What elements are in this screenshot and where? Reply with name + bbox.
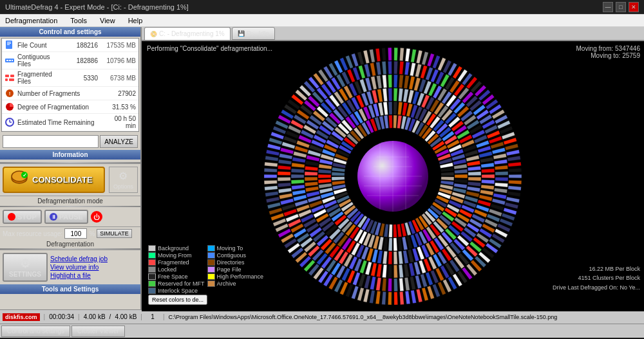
highlight-file-link[interactable]: Highlight a file (50, 272, 108, 279)
legend-label-locked: Locked (158, 266, 176, 273)
diskfis-logo: diskfis.com (3, 313, 40, 321)
analyze-button[interactable]: ANALYZE (100, 135, 138, 148)
svg-rect-1 (7, 42, 11, 42)
menu-help[interactable]: Help (126, 17, 146, 24)
resource-unit: % (89, 230, 95, 237)
svg-rect-10 (5, 78, 8, 81)
legend-color-mft (148, 280, 156, 287)
options-button[interactable]: ⚙ Options (109, 167, 138, 193)
svg-text:✓: ✓ (23, 172, 27, 178)
settings-button[interactable]: ⚙ SETTINGS (3, 253, 48, 282)
tools-section-title: Tools and Settings (0, 284, 140, 294)
consolidate-button[interactable]: ✓ CONSOLIDATE (3, 167, 105, 193)
page-number: 1 (146, 313, 159, 320)
stat-contiguous: Contiguous Files 182886 10796 MB (2, 52, 138, 69)
stat-degree-frag: Degree of Fragmentation 31.53 % (2, 100, 138, 114)
sep4: | (163, 313, 165, 320)
stop-label: STOP (17, 213, 37, 221)
legend-label-contiguous: Contiguous (217, 252, 247, 259)
minimize-btn[interactable]: — (603, 2, 613, 12)
control-settings-title: Control and settings (0, 27, 140, 37)
svg-rect-2 (7, 43, 11, 44)
tab-c-drive[interactable]: 📀 C: - Defragmenting 1% (144, 27, 231, 40)
legend-color-moving-to (207, 245, 215, 252)
moving-to-value: 25759 (622, 52, 640, 59)
legend-color-directories (207, 259, 215, 266)
title-bar: UltimateDefrag 4 - Expert Mode - [Ci: - … (0, 0, 644, 14)
stop-button[interactable]: STOP (3, 210, 42, 224)
file-count-val2: 17535 MB (100, 42, 136, 49)
legend-reset-colors[interactable]: Reset colors to de... (148, 295, 263, 305)
power-button[interactable]: ⏻ (91, 211, 102, 223)
legend-item-archive: Archive (207, 280, 264, 287)
legend-item-moving-to: Moving To (207, 245, 264, 252)
pause-button[interactable]: ⏸ PAUSE (44, 210, 88, 224)
settings-links: Schedule defrag job View volume info Hig… (50, 255, 108, 279)
legend-color-background (148, 245, 156, 252)
schedule-defrag-link[interactable]: Schedule defrag job (50, 255, 108, 262)
stop-icon (8, 213, 15, 221)
taskbar-tab-control[interactable]: Control and settings (1, 325, 70, 337)
svg-rect-6 (9, 60, 11, 61)
degree-frag-icon (5, 102, 15, 112)
settings-icon: ⚙ (20, 257, 30, 271)
time-remaining-label: Estimated Time Remaining (17, 119, 101, 126)
clusters-per-block: 4151 Clusters Per Block (553, 273, 640, 282)
moving-from-label: Moving from: 5347446 (576, 45, 640, 52)
time-remaining-icon (5, 117, 15, 127)
tab-d-drive[interactable]: 💾 D: - Idle (232, 27, 275, 40)
legend-label-directories: Directories (217, 259, 245, 266)
resource-input[interactable] (64, 228, 87, 239)
consolidate-icon: ✓ (10, 170, 28, 189)
bottom-status-bar: diskfis.com | 00:00:34 | 4.00 kB / 4.00 … (0, 309, 644, 324)
window-controls[interactable]: — □ ✕ (603, 2, 639, 12)
last-defragged: Drive Last Defragged On: No Ye... (553, 283, 640, 292)
menu-defragmentation[interactable]: Defragmentation (3, 17, 60, 24)
legend-label-moving-from: Moving From (158, 252, 192, 259)
stat-file-count: File Count 188216 17535 MB (2, 39, 138, 52)
close-btn[interactable]: ✕ (629, 2, 639, 12)
legend-color-fragmented (148, 259, 156, 266)
defrag-mode-label: Defragmentation mode (0, 196, 140, 206)
reset-colors-button[interactable]: Reset colors to de... (148, 295, 207, 305)
viz-info-bottom-right: 16.22 MB Per Block 4151 Clusters Per Blo… (553, 264, 640, 292)
title-text: UltimateDefrag 4 - Expert Mode - [Ci: - … (5, 3, 189, 11)
pause-icon: ⏸ (50, 213, 57, 221)
defragmentation-sublabel: Defragmentation (0, 240, 140, 248)
simulate-button[interactable]: SIMULATE (97, 229, 131, 238)
viz-info-right: Moving from: 5347446 Moving to: 25759 (576, 45, 640, 59)
tab-d-prefix: 💾 (238, 30, 245, 37)
search-input[interactable] (3, 135, 99, 148)
disk-svg (235, 41, 551, 311)
legend-label-highperf: High Performance (217, 273, 264, 280)
legend-color-freespace (148, 273, 156, 280)
svg-rect-8 (5, 75, 9, 77)
mb-per-block: 16.22 MB Per Block (553, 264, 640, 273)
menu-tools[interactable]: Tools (68, 17, 90, 24)
viz-area: Performing "Consolidate" defragmentation… (142, 41, 644, 311)
stop-pause-area: STOP ⏸ PAUSE ⏻ (0, 207, 140, 227)
menu-view[interactable]: View (97, 17, 118, 24)
legend-item-mft: Reserved for MFT (148, 280, 205, 287)
legend-item-moving-from: Moving From (148, 252, 205, 259)
settings-label: SETTINGS (9, 271, 41, 278)
maximize-btn[interactable]: □ (616, 2, 626, 12)
right-panel: 📀 C: - Defragmenting 1% 💾 D: - Idle Perf… (142, 27, 644, 309)
legend-item-directories: Directories (207, 259, 264, 266)
resource-area: Max resource usage: % SIMULATE (0, 227, 140, 240)
view-volume-link[interactable]: View volume info (50, 264, 108, 271)
menu-bar: Defragmentation Tools View Help (0, 14, 644, 27)
consolidate-area: ✓ CONSOLIDATE ⚙ Options (0, 163, 140, 196)
moving-from-value: 5347446 (615, 45, 640, 52)
resource-label: Max resource usage: (3, 230, 62, 237)
size-val1: 4.00 kB (84, 313, 106, 320)
degree-frag-val1: 31.53 % (104, 104, 136, 111)
legend-color-highperf (207, 273, 215, 280)
current-file-path: C:\Program Files\WindowsApps\Microsoft.O… (169, 314, 641, 320)
svg-rect-3 (7, 44, 10, 45)
elapsed-time: 00:00:34 (49, 313, 74, 320)
stat-time-remaining: Estimated Time Remaining 00 h 50 min (2, 114, 138, 131)
legend-color-pagefile (207, 266, 215, 273)
fragmented-label: Fragmented Files (17, 71, 63, 85)
taskbar-tab-cluster[interactable]: Cluster Viewer (71, 325, 125, 337)
